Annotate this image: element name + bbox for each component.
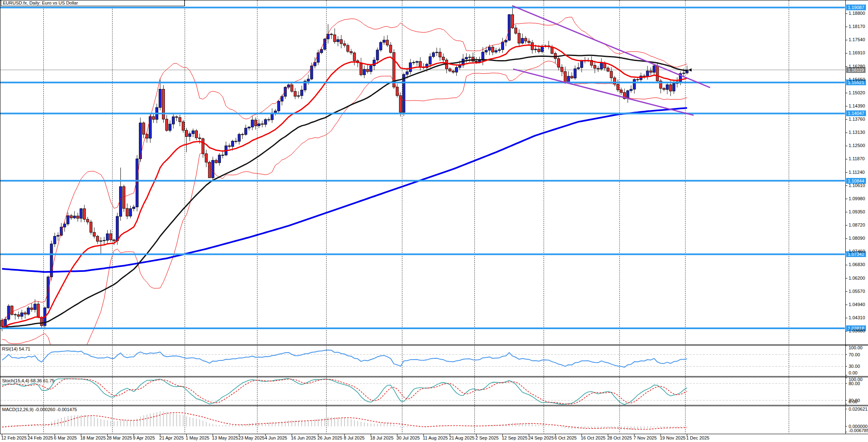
rsi-line[interactable]: [2, 350, 687, 367]
time-axis[interactable]: [0, 434, 868, 442]
stoch-k-line[interactable]: [2, 379, 687, 405]
last-price-marker: [688, 68, 692, 72]
ma-50-line[interactable]: [2, 55, 687, 327]
bollinger-upper-band: [2, 17, 687, 320]
support-resistance-lines: [0, 7, 845, 328]
price-chart-canvas[interactable]: [0, 0, 868, 442]
month-separators: [44, 0, 789, 433]
candles-layer: [1, 5, 688, 331]
bollinger-lower-band: [2, 61, 687, 363]
trendline-lower[interactable]: [513, 69, 694, 115]
macd-histogram: [2, 411, 687, 430]
price-axis[interactable]: [846, 0, 868, 434]
chart-window: EURUSD.fx, Daily: Euro vs US Dollar RSI(…: [0, 0, 868, 442]
ma-200-line[interactable]: [2, 108, 687, 272]
